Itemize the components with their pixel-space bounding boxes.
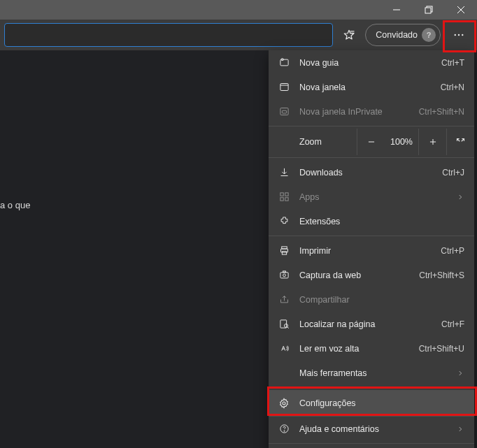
menu-label: Nova guia [299,58,432,68]
zoom-label: Zoom [299,137,357,147]
svg-point-39 [283,402,285,405]
window-titlebar [0,0,477,20]
menu-label: Mais ferramentas [299,368,446,378]
menu-separator [269,157,474,158]
share-icon [278,294,290,305]
menu-shortcut: Ctrl+Shift+U [419,344,464,354]
menu-label: Compartilhar [299,295,464,305]
menu-label: Ler em voz alta [299,344,409,354]
inprivate-icon [278,106,290,117]
chevron-right-icon [456,370,464,377]
menu-item-help[interactable]: Ajuda e comentários [269,417,474,441]
menu-label: Imprimir [299,246,431,256]
avatar-icon: ? [422,28,436,42]
svg-rect-30 [282,252,286,254]
zoom-in-button[interactable] [418,129,446,155]
svg-rect-15 [280,108,287,115]
zoom-percent: 100% [385,137,418,147]
chevron-right-icon [456,194,464,201]
svg-line-37 [287,327,288,328]
chevron-right-icon [456,426,464,433]
find-icon [278,319,290,330]
menu-item-new-inprivate: Nova janela InPrivate Ctrl+Shift+N [269,99,474,124]
menu-shortcut: Ctrl+T [441,58,464,68]
menu-label: Nova janela InPrivate [299,107,409,117]
menu-label: Nova janela [299,82,431,92]
menu-item-print[interactable]: Imprimir Ctrl+P [269,238,474,263]
apps-icon [278,192,290,203]
menu-item-downloads[interactable]: Downloads Ctrl+J [269,160,474,185]
address-bar[interactable] [4,23,333,47]
menu-item-web-capture[interactable]: Captura da web Ctrl+Shift+S [269,263,474,287]
svg-rect-31 [280,273,287,278]
menu-item-find[interactable]: Localizar na página Ctrl+F [269,312,474,336]
menu-item-zoom: Zoom 100% [269,129,474,155]
new-tab-icon [278,57,290,68]
svg-point-32 [283,274,285,277]
menu-label: Captura da web [299,270,409,280]
svg-point-9 [458,34,460,36]
menu-item-settings[interactable]: Configurações [269,390,474,417]
menu-label: Downloads [299,168,432,178]
svg-rect-13 [280,84,287,91]
zoom-out-button[interactable] [357,129,385,155]
menu-label: Extensões [299,217,464,226]
menu-item-new-tab[interactable]: Nova guia Ctrl+T [269,50,474,75]
svg-rect-24 [280,193,283,196]
menu-shortcut: Ctrl+F [441,319,464,329]
menu-item-more-tools[interactable]: Mais ferramentas [269,361,474,385]
profile-label: Convidado [376,30,418,40]
svg-point-41 [284,431,285,431]
svg-point-8 [455,34,456,36]
settings-and-more-menu: Nova guia Ctrl+T Nova janela Ctrl+N Nova… [269,50,474,448]
svg-rect-25 [285,193,287,196]
menu-shortcut: Ctrl+Shift+S [419,270,464,280]
extensions-icon [278,216,290,227]
menu-separator [269,236,474,236]
svg-point-10 [462,34,463,36]
menu-shortcut: Ctrl+Shift+N [419,107,464,117]
gear-icon [278,398,290,409]
menu-label: Configurações [299,398,464,408]
svg-rect-27 [285,198,287,201]
svg-point-36 [284,324,287,328]
new-window-icon [278,82,290,93]
menu-label: Apps [299,192,446,202]
menu-shortcut: Ctrl+P [441,246,464,256]
web-capture-icon [278,270,290,281]
read-aloud-icon [278,343,290,354]
menu-separator [269,387,474,388]
help-icon [278,424,290,435]
window-restore-button[interactable] [413,0,445,20]
print-icon [278,245,290,256]
browser-toolbar: Convidado ? [0,20,477,50]
menu-item-new-window[interactable]: Nova janela Ctrl+N [269,75,474,99]
page-text-fragment: a o que [0,200,30,210]
favorites-button[interactable] [337,23,361,47]
settings-and-more-button[interactable] [447,24,471,46]
menu-label: Localizar na página [299,319,432,329]
svg-rect-2 [425,8,431,13]
downloads-icon [278,167,290,178]
menu-separator [269,126,474,127]
window-close-button[interactable] [445,0,477,20]
menu-item-extensions[interactable]: Extensões [269,209,474,233]
svg-rect-33 [283,271,285,273]
menu-shortcut: Ctrl+J [442,168,464,178]
menu-separator [269,443,474,444]
menu-item-share: Compartilhar [269,287,474,312]
profile-button[interactable]: Convidado ? [365,24,441,46]
menu-item-read-aloud[interactable]: Ler em voz alta Ctrl+Shift+U [269,336,474,361]
menu-item-apps[interactable]: Apps [269,185,474,209]
window-minimize-button[interactable] [380,0,413,20]
svg-rect-16 [282,110,286,113]
svg-rect-26 [280,198,283,201]
menu-shortcut: Ctrl+N [441,82,464,92]
menu-label: Ajuda e comentários [299,424,446,434]
fullscreen-button[interactable] [446,129,474,155]
